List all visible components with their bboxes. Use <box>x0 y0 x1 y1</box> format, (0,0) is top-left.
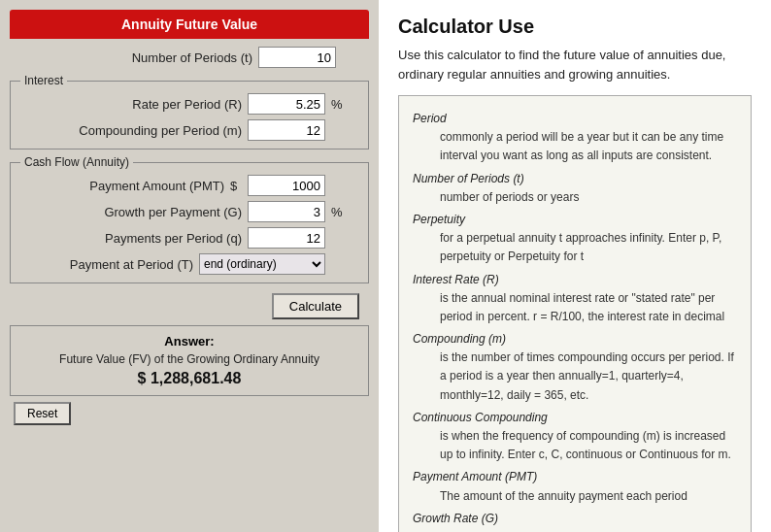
payment-input[interactable] <box>248 175 325 196</box>
glossary-definition: The amount of the annuity payment each p… <box>413 487 737 506</box>
payment-at-row: Payment at Period (T) end (ordinary) beg… <box>20 253 358 275</box>
glossary-term: Period <box>413 110 737 128</box>
payment-row: Payment Amount (PMT) $ <box>20 175 358 196</box>
rate-unit: % <box>331 97 349 112</box>
periods-input[interactable] <box>258 47 336 68</box>
right-title: Calculator Use <box>398 16 752 38</box>
rate-input[interactable] <box>248 93 325 115</box>
interest-fields: Rate per Period (R) % Compounding per Pe… <box>20 93 358 141</box>
growth-row: Growth per Payment (G) % <box>20 201 358 222</box>
periods-row: Number of Periods (t) <box>10 47 369 68</box>
reset-row: Reset <box>10 402 369 425</box>
cashflow-fieldset: Cash Flow (Annuity) Payment Amount (PMT)… <box>10 155 369 283</box>
compounding-input[interactable] <box>248 119 325 141</box>
calculate-button[interactable]: Calculate <box>272 293 359 319</box>
glossary-box: Periodcommonly a period will be a year b… <box>398 95 752 532</box>
compounding-row: Compounding per Period (m) <box>20 119 358 141</box>
glossary-term: Payment Amount (PMT) <box>413 468 737 486</box>
glossary-term: Interest Rate (R) <box>413 271 737 289</box>
glossary-definition: is the annual nominal interest rate or "… <box>413 289 737 326</box>
panel-title: Annuity Future Value <box>10 10 369 39</box>
growth-label: Growth per Payment (G) <box>104 205 242 219</box>
right-intro: Use this calculator to find the future v… <box>398 46 752 83</box>
cashflow-fields: Payment Amount (PMT) $ Growth per Paymen… <box>20 175 358 275</box>
calculate-row: Calculate <box>10 289 369 319</box>
glossary-term: Number of Periods (t) <box>413 170 737 188</box>
payment-label: Payment Amount (PMT) <box>89 179 224 193</box>
interest-fieldset: Interest Rate per Period (R) % Compoundi… <box>10 74 369 150</box>
glossary-definition: number of periods or years <box>413 188 737 207</box>
payment-at-label: Payment at Period (T) <box>70 257 193 272</box>
rate-row: Rate per Period (R) % <box>20 93 358 115</box>
answer-value: $ 1,288,681.48 <box>20 370 358 387</box>
cashflow-legend: Cash Flow (Annuity) <box>20 155 133 169</box>
payment-currency: $ <box>230 179 242 193</box>
compounding-label: Compounding per Period (m) <box>79 123 242 138</box>
glossary-term: Growth Rate (G) <box>413 510 737 528</box>
glossary-definition: for a perpetual annuity t approaches inf… <box>413 229 737 266</box>
periods-label: Number of Periods (t) <box>132 50 252 65</box>
growth-unit: % <box>331 205 349 219</box>
left-panel: Annuity Future Value Number of Periods (… <box>0 0 379 532</box>
answer-title: Answer: <box>20 334 358 349</box>
glossary-term: Compounding (m) <box>413 330 737 349</box>
glossary-term: Continuous Compounding <box>413 409 737 427</box>
payment-at-select[interactable]: end (ordinary) begin (annuity due) <box>199 253 325 275</box>
payments-per-row: Payments per Period (q) <box>20 227 358 249</box>
payments-per-input[interactable] <box>248 227 325 249</box>
growth-input[interactable] <box>248 201 325 222</box>
right-panel: Calculator Use Use this calculator to fi… <box>379 0 771 532</box>
glossary-definition: commonly a period will be a year but it … <box>413 128 737 165</box>
glossary-definition: is when the frequency of compounding (m)… <box>413 427 737 464</box>
rate-label: Rate per Period (R) <box>132 97 242 112</box>
glossary-term: Perpetuity <box>413 211 737 229</box>
answer-description: Future Value (FV) of the Growing Ordinar… <box>20 352 358 366</box>
glossary-definition: If this is a growing annuity, enter the … <box>413 528 737 532</box>
answer-box: Answer: Future Value (FV) of the Growing… <box>10 325 369 396</box>
interest-legend: Interest <box>20 74 67 87</box>
glossary-definition: is the number of times compounding occur… <box>413 349 737 405</box>
form-area: Number of Periods (t) Interest Rate per … <box>10 47 369 425</box>
payments-per-label: Payments per Period (q) <box>105 231 242 246</box>
reset-button[interactable]: Reset <box>14 402 71 425</box>
